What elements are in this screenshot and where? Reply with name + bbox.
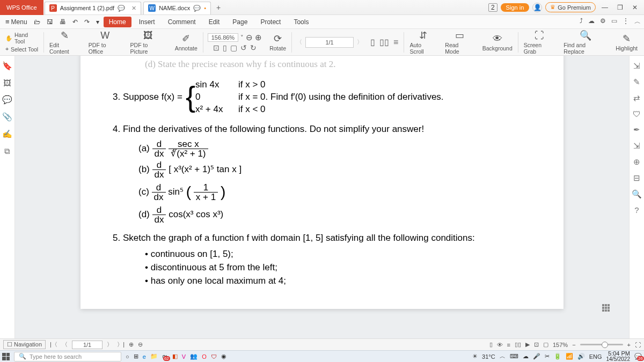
rotate-button[interactable]: ⟳Rotate — [265, 33, 290, 51]
attachments-icon[interactable]: 📎 — [2, 112, 12, 122]
visio-icon[interactable]: V — [182, 353, 186, 360]
chrome-icon[interactable]: ◉ — [221, 353, 226, 360]
explorer-icon[interactable]: 📁 — [150, 353, 158, 360]
hand-tool-button[interactable]: ✋Hand Tool — [5, 32, 39, 45]
ribbon-protect[interactable]: Protect — [255, 17, 286, 27]
protect-icon[interactable]: 🛡 — [633, 109, 641, 119]
panel-icon[interactable]: ▭ — [611, 17, 617, 26]
share-icon[interactable]: ⤴ — [580, 17, 583, 26]
next-icon[interactable]: 〉 — [107, 341, 113, 349]
teams-icon[interactable]: 👥 — [190, 353, 197, 360]
ribbon-home[interactable]: Home — [104, 17, 131, 27]
weather-icon[interactable]: ☀ — [472, 353, 478, 360]
go-premium-button[interactable]: ♛ Go Premium — [545, 2, 596, 12]
office-icon[interactable]: ◧ — [172, 353, 178, 360]
taskbar-search[interactable]: 🔍 Type here to search — [14, 352, 121, 361]
view-eye-icon[interactable]: 👁 — [497, 342, 503, 348]
minus-icon[interactable]: ⊖ — [138, 341, 143, 348]
close-icon[interactable]: ✕ — [131, 5, 136, 12]
onedrive-icon[interactable]: ☁ — [523, 353, 529, 360]
select-tool-button[interactable]: ⌖Select Tool — [5, 46, 39, 53]
zoom-in-status-icon[interactable]: + — [627, 342, 631, 348]
notifications-icon[interactable]: 💬 — [634, 353, 642, 360]
tray-chevron-icon[interactable]: ︿ — [500, 352, 506, 360]
sign-in-button[interactable]: Sign in — [501, 3, 530, 12]
plus-icon[interactable]: ⊕ — [129, 341, 134, 348]
zoom-input[interactable]: 156.86% — [208, 33, 238, 42]
ribbon-insert[interactable]: Insert — [134, 17, 160, 27]
edge-icon[interactable]: e — [143, 353, 146, 360]
menu-button[interactable]: ≡Menu — [3, 17, 30, 27]
view-facing-icon[interactable]: ▯▯ — [515, 341, 521, 348]
continuous-icon[interactable]: ≡ — [393, 38, 398, 47]
page-status[interactable]: 1/1 — [72, 341, 103, 349]
pdf-to-office-button[interactable]: WPDF to Office — [84, 30, 126, 55]
find-replace-button[interactable]: 🔍Find and Replace — [559, 29, 611, 55]
read-mode-button[interactable]: ▭Read Mode — [441, 29, 478, 55]
prev-icon[interactable]: 〈 — [62, 341, 68, 349]
volume-icon[interactable]: 🔊 — [577, 353, 585, 360]
ribbon-edit[interactable]: Edit — [203, 17, 225, 27]
minimize-icon[interactable]: — — [599, 2, 611, 13]
view-single-icon[interactable]: ▯ — [489, 341, 493, 348]
zoom-slider[interactable] — [580, 344, 623, 345]
redo-icon[interactable]: ↷ — [82, 17, 92, 27]
add-tab-button[interactable]: + — [212, 1, 225, 14]
zoom-dropdown-icon[interactable]: ˅ — [240, 34, 244, 41]
fullscreen-icon[interactable]: ⛶ — [635, 342, 641, 348]
tab-docx[interactable]: W NAME.docx 💬 • — [143, 2, 211, 14]
tab-chat-icon[interactable]: 💬 — [118, 5, 125, 12]
settings-icon[interactable]: ⚙ — [600, 17, 606, 26]
taskview-icon[interactable]: ⊞ — [134, 353, 138, 360]
wifi-icon[interactable]: 📶 — [566, 353, 573, 360]
split-icon[interactable]: ⊟ — [633, 173, 640, 183]
export-icon[interactable]: ⇲ — [633, 61, 640, 71]
zoom-out-status-icon[interactable]: − — [572, 342, 575, 348]
single-page-icon[interactable]: ▯ — [370, 37, 375, 47]
maximize-icon[interactable]: ❐ — [614, 2, 626, 13]
merge-icon[interactable]: ⊕ — [633, 157, 640, 167]
tab-pdf[interactable]: P Assignment 1 (2).pdf 💬 ✕ — [45, 2, 142, 14]
rotate-right-icon[interactable]: ↻ — [250, 43, 257, 52]
comments-icon[interactable]: 💬 — [2, 95, 12, 105]
open-icon[interactable]: 🗁 — [32, 17, 42, 27]
document-viewport[interactable]: (d) State the precise reason why f is co… — [15, 56, 629, 338]
keyboard-icon[interactable]: ⌨ — [510, 353, 518, 360]
sign-icon[interactable]: ✒ — [633, 125, 640, 135]
ribbon-comment[interactable]: Comment — [163, 17, 201, 27]
compress-icon[interactable]: ⇲ — [633, 141, 640, 151]
start-button[interactable] — [2, 353, 10, 360]
zoom-in-icon[interactable]: ⊕ — [255, 33, 262, 42]
auto-scroll-button[interactable]: ⇵Auto Scroll — [405, 29, 441, 55]
undo-icon[interactable]: ↶ — [70, 17, 80, 27]
fit-icon[interactable]: ⊡ — [534, 341, 539, 348]
doc-count-badge[interactable]: 2 — [488, 3, 497, 12]
convert-icon[interactable]: ⇄ — [633, 93, 640, 103]
zoom-out-icon[interactable]: ⊖ — [246, 33, 253, 42]
thumbnails-icon[interactable]: 🖼 — [3, 78, 11, 87]
qat-dropdown-icon[interactable]: ▾ — [94, 17, 101, 27]
actual-size-icon[interactable]: ▢ — [230, 43, 237, 52]
store-icon[interactable]: 🛍 — [162, 353, 168, 360]
signature-icon[interactable]: ✍ — [2, 129, 12, 139]
mic-icon[interactable]: 🎤 — [533, 353, 540, 360]
fit-page-icon[interactable]: ▯ — [223, 43, 227, 52]
screen-grab-button[interactable]: ⛶Screen Grab — [519, 30, 560, 55]
tools-grid-icon[interactable] — [602, 304, 610, 312]
two-page-icon[interactable]: ▯▯ — [379, 37, 389, 47]
last-page-icon[interactable]: 〉| — [117, 341, 125, 349]
ocr-icon[interactable]: 🔍 — [632, 189, 642, 199]
lang-indicator[interactable]: ENG — [589, 353, 602, 360]
user-icon[interactable]: 👤 — [532, 3, 542, 12]
help-icon[interactable]: ? — [634, 205, 639, 215]
fit-width-icon[interactable]: ⊡ — [213, 43, 219, 52]
snip-icon[interactable]: ✂ — [545, 353, 550, 360]
edit-content-button[interactable]: ✎Edit Content — [45, 29, 84, 55]
ribbon-page[interactable]: Page — [227, 17, 253, 27]
tab-chat-icon[interactable]: 💬 — [193, 5, 201, 12]
rotate-left-icon[interactable]: ↺ — [240, 43, 247, 52]
page-indicator[interactable]: 1/1 — [305, 37, 354, 48]
bookmark-icon[interactable]: 🔖 — [2, 61, 12, 71]
first-page-icon[interactable]: |〈 — [50, 341, 57, 349]
annotate-button[interactable]: ✐Annotate — [171, 33, 202, 51]
